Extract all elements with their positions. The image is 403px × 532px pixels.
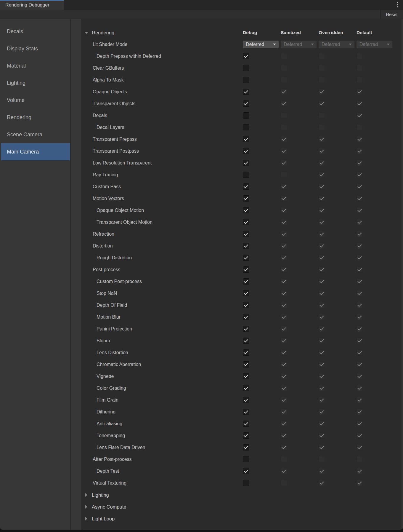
setting-row-dithering: Dithering: [81, 406, 403, 418]
setting-row-anti-aliasing: Anti-aliasing: [81, 418, 403, 430]
setting-row-vignette: Vignette: [81, 370, 403, 382]
checkbox-overridden-motion-vectors: [319, 195, 325, 202]
check-icon: [244, 386, 248, 390]
foldout-collapsed-icon[interactable]: [85, 517, 87, 520]
checkbox-debug-motion-vectors[interactable]: [243, 195, 249, 202]
check-icon: [357, 160, 362, 165]
setting-row-lens-distortion: Lens Distortion: [81, 347, 403, 359]
check-icon: [282, 374, 286, 378]
checkbox-debug-after-post-process[interactable]: [243, 456, 249, 462]
checkbox-default-rough-distortion: [357, 255, 363, 261]
check-icon: [319, 267, 324, 271]
checkbox-sanitized-vignette: [281, 373, 287, 379]
dropdown-sanitized-lit-shader-mode: Deferred: [281, 41, 317, 48]
setting-row-film-grain: Film Grain: [81, 394, 403, 406]
checkbox-debug-bloom[interactable]: [243, 338, 249, 344]
sidebar-item-display-stats[interactable]: Display Stats: [1, 40, 70, 57]
checkbox-debug-clear-gbuffers[interactable]: [243, 65, 249, 71]
checkbox-debug-distortion[interactable]: [243, 243, 249, 249]
checkbox-default-decal-layers: [357, 124, 363, 130]
foldout-collapsed-icon[interactable]: [85, 493, 87, 497]
checkbox-sanitized-decal-layers: [281, 124, 287, 130]
checkbox-sanitized-clear-gbuffers: [281, 65, 287, 71]
checkbox-debug-stop-nan[interactable]: [243, 290, 249, 296]
checkbox-sanitized-bloom: [281, 338, 287, 344]
checkbox-overridden-decal-layers: [319, 124, 325, 130]
checkbox-sanitized-motion-blur: [281, 314, 287, 320]
sidebar-item-scene-camera[interactable]: Scene Camera: [1, 126, 70, 143]
foldout-collapsed-icon[interactable]: [85, 505, 87, 509]
check-icon: [282, 208, 286, 212]
checkbox-debug-custom-post-process[interactable]: [243, 278, 249, 285]
checkbox-debug-refraction[interactable]: [243, 231, 249, 237]
checkbox-debug-anti-aliasing[interactable]: [243, 421, 249, 427]
checkbox-debug-film-grain[interactable]: [243, 397, 249, 403]
checkbox-sanitized-film-grain: [281, 397, 287, 403]
checkbox-debug-depth-of-field[interactable]: [243, 302, 249, 308]
checkbox-sanitized-opaque-object-motion: [281, 207, 287, 213]
checkbox-debug-color-grading[interactable]: [243, 385, 249, 391]
group-row-light-loop[interactable]: Light Loop: [81, 513, 403, 525]
checkbox-default-anti-aliasing: [357, 421, 363, 427]
checkbox-debug-virtual-texturing[interactable]: [243, 480, 249, 486]
checkbox-debug-panini-projection[interactable]: [243, 326, 249, 332]
checkbox-debug-depth-test[interactable]: [243, 468, 249, 474]
checkbox-default-decals: [357, 112, 363, 119]
checkbox-debug-motion-blur[interactable]: [243, 314, 249, 320]
row-label: Alpha To Mask: [93, 74, 124, 86]
checkbox-debug-ray-tracing[interactable]: [243, 172, 249, 178]
checkbox-debug-low-resolution-transparent[interactable]: [243, 160, 249, 166]
dropdown-debug-lit-shader-mode[interactable]: Deferred: [243, 41, 279, 48]
group-row-lighting[interactable]: Lighting: [81, 489, 403, 501]
checkbox-debug-alpha-to-mask[interactable]: [243, 77, 249, 83]
scrollbar-track[interactable]: [402, 19, 403, 530]
sidebar-item-material[interactable]: Material: [1, 57, 70, 74]
row-label: Virtual Texturing: [93, 477, 126, 489]
setting-row-depth-of-field: Depth Of Field: [81, 299, 403, 311]
group-row-rendering[interactable]: Rendering: [81, 27, 403, 39]
setting-row-refraction: Refraction: [81, 228, 403, 240]
kebab-menu-icon[interactable]: [397, 2, 398, 7]
checkbox-debug-transparent-prepass[interactable]: [243, 136, 249, 142]
checkbox-debug-opaque-objects[interactable]: [243, 89, 249, 95]
reset-button[interactable]: Reset: [380, 10, 403, 19]
checkbox-debug-depth-prepass-within-deferred[interactable]: [243, 53, 249, 59]
sidebar-item-main-camera[interactable]: Main Camera: [1, 143, 70, 160]
row-label: Panini Projection: [97, 323, 132, 335]
sidebar-item-volume[interactable]: Volume: [1, 92, 70, 109]
row-label: Low Resolution Transparent: [93, 157, 152, 169]
chevron-down-icon: [273, 44, 276, 45]
checkbox-debug-lens-distortion[interactable]: [243, 349, 249, 356]
tab-rendering-debugger[interactable]: Rendering Debugger: [0, 0, 64, 10]
check-icon: [319, 386, 324, 390]
checkbox-debug-chromatic-aberration[interactable]: [243, 361, 249, 368]
checkbox-debug-dithering[interactable]: [243, 409, 249, 415]
checkbox-overridden-after-post-process: [319, 456, 325, 462]
checkbox-overridden-post-process: [319, 266, 325, 273]
checkbox-sanitized-transparent-object-motion: [281, 219, 287, 225]
check-icon: [244, 231, 248, 236]
foldout-expanded-icon[interactable]: [85, 32, 88, 34]
checkbox-debug-transparent-object-motion[interactable]: [243, 219, 249, 225]
sidebar-item-decals[interactable]: Decals: [1, 23, 70, 40]
check-icon: [244, 148, 248, 153]
checkbox-debug-tonemapping[interactable]: [243, 432, 249, 439]
checkbox-debug-decal-layers[interactable]: [243, 124, 249, 130]
checkbox-overridden-tonemapping: [319, 432, 325, 439]
checkbox-debug-transparent-objects[interactable]: [243, 100, 249, 107]
sidebar-item-lighting[interactable]: Lighting: [1, 74, 70, 92]
checkbox-debug-vignette[interactable]: [243, 373, 249, 379]
checkbox-debug-rough-distortion[interactable]: [243, 255, 249, 261]
chevron-down-icon: [349, 44, 352, 45]
checkbox-debug-opaque-object-motion[interactable]: [243, 207, 249, 213]
setting-row-post-process: Post-process: [81, 264, 403, 276]
group-row-async-compute[interactable]: Async Compute: [81, 501, 403, 513]
checkbox-default-transparent-prepass: [357, 136, 363, 142]
checkbox-debug-post-process[interactable]: [243, 266, 249, 273]
sidebar-item-rendering[interactable]: Rendering: [1, 109, 70, 126]
checkbox-debug-custom-pass[interactable]: [243, 183, 249, 190]
checkbox-debug-transparent-postpass[interactable]: [243, 148, 249, 154]
tab-strip: Rendering Debugger: [0, 0, 403, 10]
checkbox-debug-decals[interactable]: [243, 112, 249, 119]
checkbox-debug-lens-flare-data-driven[interactable]: [243, 444, 249, 450]
